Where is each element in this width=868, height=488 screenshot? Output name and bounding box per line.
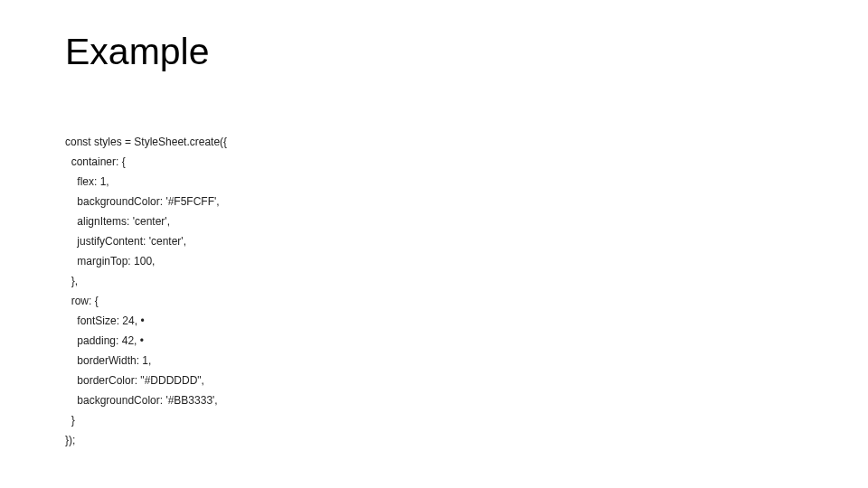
code-line: justifyContent: 'center', (65, 235, 186, 248)
code-line: container: { (65, 155, 126, 168)
code-line: backgroundColor: '#F5FCFF', (65, 195, 220, 208)
code-line: }); (65, 434, 75, 446)
code-line: const styles = StyleSheet.create({ (65, 136, 227, 148)
slide-title: Example (65, 31, 210, 73)
code-line: borderColor: "#DDDDDD", (65, 374, 204, 387)
code-line: } (65, 414, 75, 427)
code-line: flex: 1, (65, 175, 109, 188)
code-line: }, (65, 275, 78, 287)
slide: Example const styles = StyleSheet.create… (0, 0, 868, 488)
code-line: backgroundColor: '#BB3333', (65, 394, 218, 407)
code-line: marginTop: 100, (65, 255, 155, 267)
code-line: borderWidth: 1, (65, 354, 151, 367)
code-line: fontSize: 24, • (65, 314, 145, 327)
code-line: alignItems: 'center', (65, 215, 170, 228)
code-block: const styles = StyleSheet.create({ conta… (65, 112, 227, 450)
code-line: padding: 42, • (65, 334, 144, 347)
code-line: row: { (65, 295, 99, 307)
